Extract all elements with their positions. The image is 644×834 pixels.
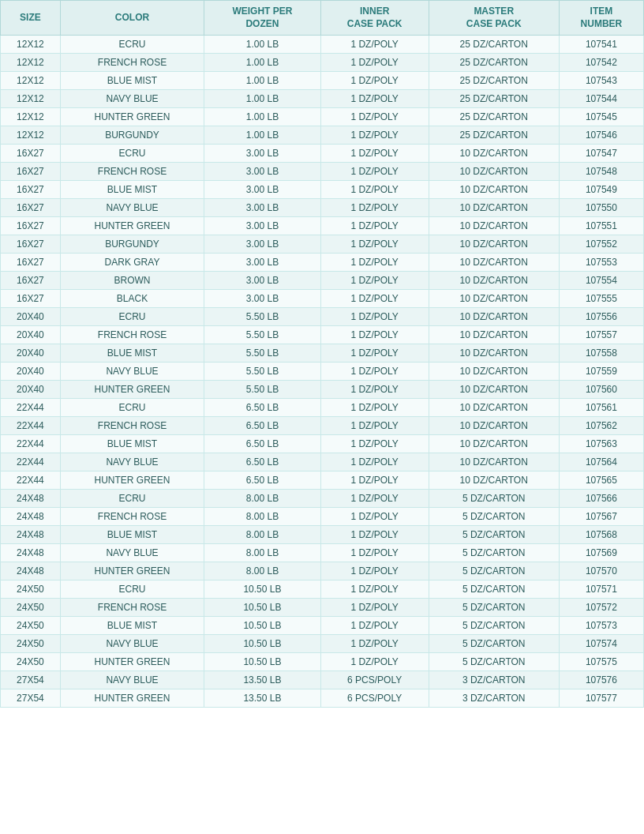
table-cell: 22X44 (1, 435, 61, 453)
table-row: 27X54NAVY BLUE13.50 LB6 PCS/POLY3 DZ/CAR… (1, 671, 644, 689)
table-cell: 1 DZ/POLY (320, 653, 429, 671)
table-cell: 24X50 (1, 580, 61, 599)
table-body: 12X12ECRU1.00 LB1 DZ/POLY25 DZ/CARTON107… (1, 36, 644, 708)
table-cell: 107570 (559, 562, 643, 580)
table-cell: 20X40 (1, 363, 61, 381)
col-inner-header: INNERCASE PACK (320, 1, 429, 36)
table-cell: 10.50 LB (204, 635, 321, 653)
table-cell: 6.50 LB (204, 417, 321, 435)
table-cell: NAVY BLUE (60, 453, 204, 471)
table-cell: 107574 (559, 635, 643, 653)
table-cell: 107576 (559, 671, 643, 689)
table-cell: 1 DZ/POLY (320, 435, 429, 453)
table-cell: 3.00 LB (204, 272, 321, 290)
table-cell: 5 DZ/CARTON (429, 508, 559, 526)
table-cell: 107543 (559, 72, 643, 90)
table-cell: 10 DZ/CARTON (429, 199, 559, 217)
table-cell: 107552 (559, 235, 643, 254)
table-cell: 1 DZ/POLY (320, 308, 429, 326)
table-cell: 107573 (559, 617, 643, 635)
table-cell: 10 DZ/CARTON (429, 363, 559, 381)
table-cell: 13.50 LB (204, 689, 321, 708)
table-row: 16X27NAVY BLUE3.00 LB1 DZ/POLY10 DZ/CART… (1, 199, 644, 217)
table-cell: NAVY BLUE (60, 363, 204, 381)
table-cell: 1 DZ/POLY (320, 54, 429, 72)
table-cell: 10 DZ/CARTON (429, 181, 559, 199)
table-cell: 107549 (559, 181, 643, 199)
table-cell: BURGUNDY (60, 235, 204, 254)
table-cell: 107568 (559, 526, 643, 544)
main-container: SIZE COLOR WEIGHT PERDOZEN INNERCASE PAC… (0, 0, 644, 708)
table-cell: 10 DZ/CARTON (429, 435, 559, 453)
table-cell: 107541 (559, 36, 643, 54)
table-cell: 25 DZ/CARTON (429, 72, 559, 90)
table-cell: 3 DZ/CARTON (429, 689, 559, 708)
table-cell: 5 DZ/CARTON (429, 562, 559, 580)
table-cell: 107562 (559, 417, 643, 435)
table-cell: 6.50 LB (204, 435, 321, 453)
table-cell: 16X27 (1, 235, 61, 254)
table-cell: 12X12 (1, 126, 61, 145)
table-cell: 107559 (559, 363, 643, 381)
table-cell: BLACK (60, 290, 204, 308)
table-cell: 8.00 LB (204, 508, 321, 526)
table-cell: 1 DZ/POLY (320, 544, 429, 562)
table-cell: ECRU (60, 145, 204, 163)
table-cell: 1 DZ/POLY (320, 108, 429, 126)
table-row: 16X27ECRU3.00 LB1 DZ/POLY10 DZ/CARTON107… (1, 145, 644, 163)
table-cell: 1 DZ/POLY (320, 36, 429, 54)
table-cell: ECRU (60, 399, 204, 417)
table-row: 20X40FRENCH ROSE5.50 LB1 DZ/POLY10 DZ/CA… (1, 326, 644, 344)
table-cell: 5 DZ/CARTON (429, 580, 559, 599)
table-cell: 1 DZ/POLY (320, 181, 429, 199)
table-cell: FRENCH ROSE (60, 163, 204, 181)
table-cell: 1 DZ/POLY (320, 490, 429, 508)
table-cell: 16X27 (1, 199, 61, 217)
table-cell: 5.50 LB (204, 308, 321, 326)
table-row: 24X48BLUE MIST8.00 LB1 DZ/POLY5 DZ/CARTO… (1, 526, 644, 544)
table-cell: 1 DZ/POLY (320, 235, 429, 254)
table-cell: 25 DZ/CARTON (429, 108, 559, 126)
table-cell: 16X27 (1, 217, 61, 235)
table-cell: 24X48 (1, 562, 61, 580)
table-row: 27X54HUNTER GREEN13.50 LB6 PCS/POLY3 DZ/… (1, 689, 644, 708)
table-cell: ECRU (60, 308, 204, 326)
table-cell: 1 DZ/POLY (320, 363, 429, 381)
table-row: 12X12FRENCH ROSE1.00 LB1 DZ/POLY25 DZ/CA… (1, 54, 644, 72)
table-cell: 107557 (559, 326, 643, 344)
table-row: 20X40BLUE MIST5.50 LB1 DZ/POLY10 DZ/CART… (1, 344, 644, 363)
table-cell: 8.00 LB (204, 562, 321, 580)
table-cell: 3.00 LB (204, 163, 321, 181)
table-cell: 10 DZ/CARTON (429, 163, 559, 181)
table-cell: 1 DZ/POLY (320, 254, 429, 272)
table-cell: 107548 (559, 163, 643, 181)
table-cell: ECRU (60, 36, 204, 54)
table-cell: 10 DZ/CARTON (429, 326, 559, 344)
table-cell: 1 DZ/POLY (320, 290, 429, 308)
table-cell: 107547 (559, 145, 643, 163)
table-cell: 3.00 LB (204, 199, 321, 217)
table-cell: 107551 (559, 217, 643, 235)
table-row: 16X27DARK GRAY3.00 LB1 DZ/POLY10 DZ/CART… (1, 254, 644, 272)
table-cell: 107553 (559, 254, 643, 272)
table-cell: 1 DZ/POLY (320, 453, 429, 471)
table-cell: 10 DZ/CARTON (429, 217, 559, 235)
table-cell: 8.00 LB (204, 544, 321, 562)
table-cell: BROWN (60, 272, 204, 290)
table-cell: 24X48 (1, 526, 61, 544)
table-cell: NAVY BLUE (60, 671, 204, 689)
table-cell: 107544 (559, 90, 643, 108)
table-cell: NAVY BLUE (60, 90, 204, 108)
table-cell: 16X27 (1, 163, 61, 181)
table-cell: 1 DZ/POLY (320, 399, 429, 417)
table-cell: 1 DZ/POLY (320, 417, 429, 435)
table-cell: 6 PCS/POLY (320, 671, 429, 689)
table-cell: BLUE MIST (60, 526, 204, 544)
table-cell: 27X54 (1, 689, 61, 708)
table-cell: 10 DZ/CARTON (429, 399, 559, 417)
table-cell: BLUE MIST (60, 617, 204, 635)
table-cell: 1.00 LB (204, 108, 321, 126)
table-cell: 107575 (559, 653, 643, 671)
table-cell: 1 DZ/POLY (320, 163, 429, 181)
table-cell: BLUE MIST (60, 72, 204, 90)
